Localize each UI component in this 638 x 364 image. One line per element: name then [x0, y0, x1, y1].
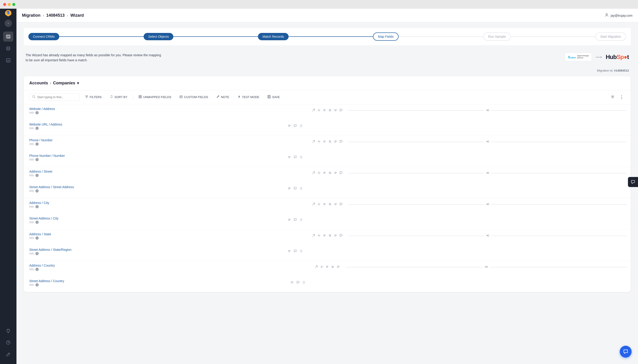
user-email: jay@trujay.com — [610, 14, 632, 18]
step-select-objects[interactable]: Select Objects — [144, 33, 173, 40]
target-field-name[interactable]: Website URL / Address — [29, 122, 282, 126]
svg-point-38 — [321, 266, 322, 267]
table-source-label: Accounts — [29, 81, 48, 86]
right-format-icon[interactable] — [288, 156, 291, 159]
close-btn[interactable] — [3, 3, 6, 6]
settings-icon[interactable] — [318, 140, 320, 144]
comment-icon-left[interactable] — [339, 108, 342, 112]
chat-fab-button[interactable] — [620, 346, 632, 358]
minimize-btn[interactable] — [8, 3, 11, 6]
svg-point-1 — [7, 47, 10, 48]
right-comment-icon[interactable] — [294, 156, 297, 159]
field-left-website: Website / Address Info: i — [24, 104, 310, 117]
svg-point-5 — [606, 14, 607, 15]
step-label-run-sample: Run Sample — [483, 32, 511, 41]
svg-point-27 — [329, 172, 330, 173]
format-icon[interactable] — [334, 108, 337, 112]
unmapped-fields-button[interactable]: UNMAPPED FIELDS — [136, 94, 174, 100]
source-crm-badge: S salesforce appexchange partner — [564, 52, 592, 61]
breadcrumb-sep2: › — [67, 14, 68, 18]
right-format-icon[interactable] — [288, 124, 291, 128]
connector-right-line — [491, 110, 627, 111]
table-row: Address / State Info:i — [24, 230, 631, 261]
percent-icon[interactable] — [328, 108, 332, 112]
delete-button[interactable] — [300, 187, 303, 191]
note-icon — [216, 95, 220, 99]
unmapped-icon — [138, 95, 142, 99]
svg-point-22 — [318, 141, 320, 142]
step-run-sample[interactable]: Run Sample — [483, 32, 511, 41]
search-box[interactable] — [29, 93, 80, 101]
step-map-fields[interactable]: Map Fields — [373, 32, 398, 41]
breadcrumb-migration[interactable]: Migration — [22, 13, 40, 18]
sidebar-item-help[interactable] — [3, 338, 13, 348]
maximize-btn[interactable] — [12, 3, 15, 6]
step-label-connect-crms: Connect CRMs — [28, 33, 59, 40]
step-line-3 — [288, 36, 373, 37]
settings-icon[interactable] — [318, 108, 320, 112]
delete-button[interactable] — [300, 124, 303, 128]
search-input[interactable] — [37, 95, 76, 99]
sidebar-bottom — [3, 326, 13, 364]
progress-steps: Connect CRMs Select Objects Match Record… — [24, 28, 631, 45]
custom-fields-button[interactable]: CUSTOM FIELDS — [177, 94, 211, 100]
source-field-name[interactable]: Phone / Number — [29, 138, 304, 142]
transform-icon[interactable] — [312, 108, 315, 112]
svg-rect-13 — [180, 96, 182, 98]
delete-button[interactable] — [300, 218, 303, 222]
list-icon[interactable] — [323, 108, 326, 112]
save-button[interactable]: SAVE — [265, 94, 283, 100]
sidebar-item-edit[interactable] — [3, 349, 13, 360]
sidebar-toggle[interactable]: › — [4, 20, 12, 27]
source-field-name[interactable]: Website / Address — [29, 107, 304, 111]
gear-button[interactable] — [609, 93, 616, 101]
svg-rect-21 — [488, 110, 489, 111]
delete-button[interactable] — [300, 156, 303, 159]
right-comment-icon[interactable] — [294, 124, 297, 128]
info-icon: i — [36, 111, 39, 114]
hubspot-logo-wrapper: HubSp●t — [606, 54, 629, 60]
sort-by-button[interactable]: SORT BY — [107, 94, 130, 100]
comment-icon-left[interactable] — [339, 140, 342, 144]
test-mode-button[interactable]: TEST MODE — [234, 94, 262, 100]
svg-point-18 — [318, 110, 320, 111]
sidebar-item-reports[interactable] — [3, 55, 13, 66]
breadcrumb-id[interactable]: 14084513 — [46, 13, 64, 18]
format-icon[interactable] — [334, 140, 337, 144]
filters-icon — [85, 95, 88, 99]
sidebar-item-database[interactable] — [3, 44, 13, 54]
svg-rect-41 — [486, 266, 488, 268]
step-match-records[interactable]: Match Records — [258, 33, 288, 40]
sidebar-item-plugins[interactable] — [3, 326, 13, 336]
test-mode-icon — [237, 95, 240, 99]
svg-text:salesforce: salesforce — [570, 56, 576, 59]
step-label-match-records: Match Records — [258, 33, 288, 40]
delete-button[interactable] — [302, 281, 306, 285]
filters-button[interactable]: FILTERS — [82, 94, 104, 100]
target-field-info-website: Website URL / Address Info: i — [24, 120, 288, 132]
sort-icon — [110, 95, 113, 99]
sidebar-item-migration[interactable] — [3, 32, 13, 42]
delete-button[interactable] — [300, 250, 303, 253]
table-dropdown-button[interactable]: ▾ — [77, 81, 79, 85]
svg-point-36 — [330, 236, 331, 236]
list-icon[interactable] — [323, 140, 326, 144]
more-button[interactable]: ⋮ — [618, 93, 625, 101]
svg-point-31 — [329, 203, 330, 204]
toolbar: FILTERS SORT BY — [24, 90, 631, 104]
step-connect-crms[interactable]: Connect CRMs — [28, 33, 59, 40]
step-line-5 — [511, 36, 595, 37]
breadcrumb-wizard[interactable]: Wizard — [70, 13, 84, 18]
migration-info: S salesforce appexchange partner ⟶ HubSp… — [564, 52, 629, 61]
connector-left-line — [348, 110, 484, 111]
side-chat-panel[interactable] — [628, 177, 638, 187]
field-right-website: Website URL / Address Info: i — [24, 117, 310, 135]
percent-icon[interactable] — [328, 140, 332, 144]
toolbar-separator-1 — [133, 94, 133, 100]
transform-icon[interactable] — [312, 140, 315, 144]
svg-point-39 — [332, 266, 332, 266]
table-row: Website / Address Info: i — [24, 104, 631, 136]
hubspot-logo: HubSp●t — [606, 54, 629, 60]
step-start-migration[interactable]: Start Migration — [595, 32, 626, 41]
note-button[interactable]: NOTE — [214, 94, 232, 100]
